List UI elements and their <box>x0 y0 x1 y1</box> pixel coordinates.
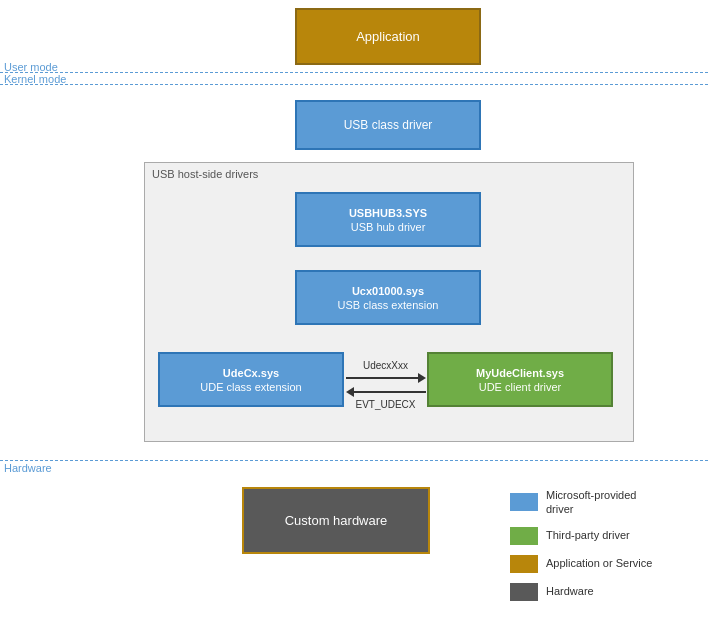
myude-sys-name: MyUdeClient.sys <box>476 367 564 379</box>
legend-item-dark: Hardware <box>510 583 656 601</box>
user-mode-label: User mode <box>4 61 58 73</box>
user-mode-line <box>0 72 708 73</box>
legend-box-gold <box>510 555 538 573</box>
udecx-sys-name: UdeCx.sys <box>223 367 279 379</box>
arrow-area: UdecxXxx EVT_UDECX <box>344 360 427 410</box>
hardware-label: Hardware <box>4 462 52 474</box>
arrow-top-label: UdecxXxx <box>363 360 408 371</box>
usbhub-driver-label: USB hub driver <box>351 221 426 233</box>
arrow-left-row <box>346 387 426 397</box>
kernel-mode-label: Kernel mode <box>4 73 66 85</box>
legend-item-green: Third-party driver <box>510 527 656 545</box>
arrow-head-left <box>346 387 354 397</box>
legend-text-dark: Hardware <box>546 584 594 598</box>
usbhub-box: USBHUB3.SYS USB hub driver <box>295 192 481 247</box>
arrow-line-right <box>346 377 418 379</box>
application-label: Application <box>356 29 420 44</box>
application-box: Application <box>295 8 481 65</box>
udecx-driver-label: UDE class extension <box>200 381 302 393</box>
kernel-mode-line <box>0 84 708 85</box>
ucx-driver-label: USB class extension <box>338 299 439 311</box>
legend-item-blue: Microsoft-provided driver <box>510 488 656 517</box>
legend-text-blue: Microsoft-provided driver <box>546 488 656 517</box>
legend-box-blue <box>510 493 538 511</box>
ucx-sys-name: Ucx01000.sys <box>352 285 424 297</box>
legend-box-green <box>510 527 538 545</box>
myude-box: MyUdeClient.sys UDE client driver <box>427 352 613 407</box>
hardware-line <box>0 460 708 461</box>
usb-class-driver-box: USB class driver <box>295 100 481 150</box>
usbhub-sys-name: USBHUB3.SYS <box>349 207 427 219</box>
legend-text-gold: Application or Service <box>546 556 652 570</box>
ucx-box: Ucx01000.sys USB class extension <box>295 270 481 325</box>
udecx-box: UdeCx.sys UDE class extension <box>158 352 344 407</box>
arrow-double <box>346 373 426 397</box>
arrow-head-right <box>418 373 426 383</box>
diagram-container: Application User mode Kernel mode Hardwa… <box>0 0 708 638</box>
custom-hardware-label: Custom hardware <box>285 513 388 528</box>
arrow-line-left <box>354 391 426 393</box>
arrow-bottom-label: EVT_UDECX <box>355 399 415 410</box>
custom-hardware-box: Custom hardware <box>242 487 430 554</box>
legend-box-dark <box>510 583 538 601</box>
myude-driver-label: UDE client driver <box>479 381 562 393</box>
legend-item-gold: Application or Service <box>510 555 656 573</box>
host-drivers-label: USB host-side drivers <box>152 168 258 180</box>
legend: Microsoft-provided driver Third-party dr… <box>510 488 656 601</box>
arrow-right-row <box>346 373 426 383</box>
legend-text-green: Third-party driver <box>546 528 630 542</box>
usb-class-driver-label: USB class driver <box>344 118 433 132</box>
